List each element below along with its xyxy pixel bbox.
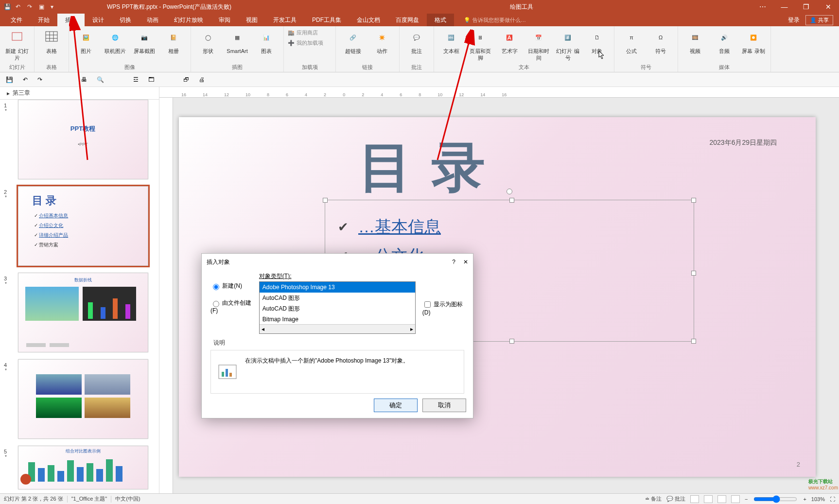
resize-handle-ne[interactable] [691,198,696,203]
qat-preview-icon[interactable]: 🔍 [97,76,104,83]
qat-extra3-icon[interactable]: 🗗 [183,76,189,83]
radio-from-file[interactable]: 由文件创建(F) [210,299,252,314]
ok-button[interactable]: 确定 [374,399,418,412]
chart-button[interactable]: 📊图表 [253,29,280,54]
audio-button[interactable]: 🔊音频 [711,29,737,54]
tab-view[interactable]: 视图 [238,14,265,26]
album-button[interactable]: 📔相册 [160,29,187,54]
dialog-help-icon[interactable]: ? [452,259,455,265]
tab-animation[interactable]: 动画 [139,14,166,26]
slideshow-icon[interactable]: ▣ [39,3,46,10]
qat-extra1-icon[interactable]: ☲ [133,76,139,83]
maximize-button[interactable]: ❐ [795,0,817,14]
picture-button[interactable]: 🖼️图片 [73,29,99,54]
fit-to-window-icon[interactable]: ⛶ [830,496,835,502]
thumb-row-3[interactable]: 3* 数据折线 [0,273,157,359]
qat-print-icon[interactable]: 🖶 [81,76,87,83]
textbox-button[interactable]: 🔤文本框 [438,29,464,54]
hyperlink-button[interactable]: 🔗超链接 [340,29,366,54]
dropdown-icon[interactable]: ▾ [51,3,57,10]
equation-button[interactable]: π公式 [618,29,645,54]
notes-button[interactable]: ≐ 备注 [645,495,662,503]
login-link[interactable]: 登录 [788,16,800,24]
share-button[interactable]: 👤 共享 [805,15,833,25]
outline-section-header[interactable]: ▸ 第三章 [0,87,159,100]
view-sorter-icon[interactable] [704,495,713,503]
table-button[interactable]: 表格 [38,29,65,54]
tell-me-search[interactable]: 💡 告诉我您想要做什么… [464,17,526,24]
action-button[interactable]: ✴️动作 [369,29,395,54]
list-item[interactable]: Adobe Photoshop Image 13 [260,282,415,293]
shapes-button[interactable]: ◯形状 [195,29,221,54]
qat-extra4-icon[interactable]: 🖨 [199,76,205,83]
comments-button[interactable]: 💬 批注 [666,495,685,503]
qat-save-icon[interactable]: 💾 [6,76,13,83]
list-item[interactable]: Bitmap Image [260,314,415,325]
tab-transition[interactable]: 切换 [112,14,139,26]
resize-handle-nw[interactable] [323,198,328,203]
symbol-button[interactable]: Ω符号 [647,29,674,54]
zoom-slider[interactable] [753,495,797,503]
online-pic-button[interactable]: 🌐联机图片 [102,29,128,54]
qat-extra2-icon[interactable]: 🗔 [148,76,154,83]
tab-file[interactable]: 文件 [3,14,30,26]
thumb-row-1[interactable]: 1* PPT教程 •PPT [0,100,157,186]
zoom-in-button[interactable]: + [803,496,806,502]
resize-handle-s[interactable] [509,339,514,344]
headerfooter-button[interactable]: 🗏页眉和页脚 [467,29,493,61]
thumb-row-2[interactable]: 2* 目录 ✓ 介绍基本信息 ✓ 介绍公文化 ✓ 详细介绍产品 ✓ 营销方案 [0,186,157,273]
qat-redo-icon[interactable]: ↷ [37,76,42,83]
cancel-button[interactable]: 取消 [422,399,466,412]
tab-format[interactable]: 格式 [427,14,454,26]
dialog-close-icon[interactable]: ✕ [463,259,468,265]
myaddin-button[interactable]: ➕我的加载项 [288,39,332,47]
list-item[interactable]: AutoCAD 图形 [260,293,415,303]
tab-slideshow[interactable]: 幻灯片放映 [166,14,211,26]
ribbon-options-icon[interactable]: ⋯ [752,0,773,14]
datetime-button[interactable]: 📅日期和时间 [525,29,552,61]
new-slide-button[interactable]: 新建 幻灯片 [4,29,30,61]
resize-handle-n[interactable] [509,198,514,203]
comment-button[interactable]: 💬批注 [403,29,430,54]
thumb-row-4[interactable]: 4* [0,359,157,446]
screenrec-button[interactable]: ⏺️屏幕 录制 [740,29,767,54]
smartart-button[interactable]: ▦SmartArt [224,29,250,54]
resize-handle-se[interactable] [691,339,696,344]
zoom-out-button[interactable]: − [745,496,748,502]
wordart-button[interactable]: 🅰️艺术字 [496,29,523,54]
slidenumber-button[interactable]: #️⃣幻灯片 编号 [555,29,581,61]
rotate-handle[interactable] [507,189,512,194]
undo-icon[interactable]: ↶ [16,3,22,10]
tab-home[interactable]: 开始 [30,14,57,26]
tab-insert[interactable]: 插入 [57,14,85,26]
close-button[interactable]: ✕ [817,0,839,14]
view-normal-icon[interactable] [690,495,699,503]
save-icon[interactable]: 💾 [4,3,11,10]
view-reading-icon[interactable] [717,495,726,503]
redo-icon[interactable]: ↷ [27,3,34,10]
screenshot-button[interactable]: 📷屏幕截图 [131,29,157,54]
show-as-icon-checkbox[interactable]: 显示为图标(D) [422,300,464,316]
radio-new[interactable]: 新建(N) [210,282,252,290]
slide-title[interactable]: 目录 [359,132,505,204]
listbox-hscroll[interactable]: ◂▸ [260,325,415,333]
status-language[interactable]: 中文(中国) [115,495,140,503]
tab-baidu[interactable]: 百度网盘 [388,14,427,26]
zoom-percent[interactable]: 103% [811,496,825,502]
tab-dev[interactable]: 开发工具 [265,14,304,26]
store-button[interactable]: 🏬应用商店 [288,29,332,36]
list-item[interactable]: AutoCAD 图形 [260,303,415,314]
tab-ksdoc[interactable]: 金山文档 [349,14,388,26]
bullet-1[interactable]: ✔…基本信息 [338,216,681,238]
tab-review[interactable]: 审阅 [211,14,238,26]
tab-design[interactable]: 设计 [85,14,112,26]
object-type-listbox[interactable]: Adobe Photoshop Image 13 AutoCAD 图形 Auto… [259,281,416,334]
resize-handle-e[interactable] [691,271,696,276]
view-slideshow-icon[interactable] [731,495,740,503]
tab-pdf[interactable]: PDF工具集 [304,14,349,26]
qat-undo-icon[interactable]: ↶ [23,76,28,83]
thumb-row-5[interactable]: 5* 组合对比图表示例 [0,446,157,493]
object-button[interactable]: 🗋 对象 [584,29,610,54]
video-button[interactable]: 🎞️视频 [682,29,708,54]
minimize-button[interactable]: — [773,0,795,14]
